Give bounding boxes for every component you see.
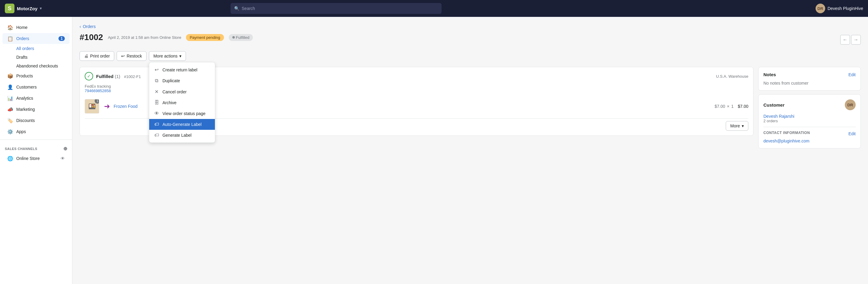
online-store-icon: 🌐 (7, 155, 13, 161)
contact-edit-link[interactable]: Edit (848, 131, 856, 136)
contact-info-label: CONTACT INFORMATION (764, 131, 810, 135)
customer-name-link[interactable]: Devesh Rajarshi (764, 114, 856, 119)
payment-status-badge: Payment pending (186, 34, 224, 41)
breadcrumb[interactable]: ‹ Orders (80, 24, 861, 29)
sidebar-item-abandoned-checkouts[interactable]: Abandoned checkouts (2, 62, 70, 70)
contact-section: CONTACT INFORMATION Edit devesh@pluginhi… (764, 127, 856, 144)
dropdown-create-return-label[interactable]: ↩ Create return label (149, 64, 215, 75)
customer-info: Devesh Rajarshi 2 orders (764, 114, 856, 123)
sidebar-divider (0, 139, 72, 140)
more-chevron: ▾ (742, 124, 744, 128)
apps-icon: ⚙️ (7, 129, 13, 135)
arrow-indicator: ➜ (104, 102, 110, 111)
order-id: #1002 (80, 33, 103, 42)
auto-generate-icon: 🏷 (154, 122, 159, 127)
navigation-arrows: ← → (840, 35, 861, 44)
user-menu[interactable]: DR Devesh PluginHive (815, 4, 863, 13)
breadcrumb-chevron: ‹ (80, 24, 81, 29)
sidebar-item-home[interactable]: 🏠 Home (2, 22, 70, 33)
sidebar-item-apps-label: Apps (16, 129, 26, 134)
dropdown-item-label: Auto-Generate Label (162, 122, 202, 127)
home-icon: 🏠 (7, 24, 13, 30)
fulfillment-dot (232, 36, 235, 38)
sidebar-item-all-orders[interactable]: All orders (2, 44, 70, 53)
add-sales-channel-icon[interactable]: ⊕ (63, 146, 67, 152)
sidebar-item-marketing[interactable]: 📣 Marketing (2, 104, 70, 115)
sidebar-item-marketing-label: Marketing (16, 107, 35, 112)
more-button[interactable]: More ▾ (726, 121, 748, 131)
dropdown-item-label: Generate Label (162, 133, 192, 138)
sidebar-item-analytics-label: Analytics (16, 96, 33, 101)
more-actions-chevron: ▾ (179, 54, 181, 58)
dropdown-generate-label[interactable]: 🏷 Generate Label (149, 130, 215, 140)
marketing-icon: 📣 (7, 106, 13, 112)
sidebar-item-drafts[interactable]: Drafts (2, 53, 70, 61)
sidebar-item-discounts[interactable]: 🏷️ Discounts (2, 115, 70, 126)
sidebar-item-online-store-label: Online Store (16, 156, 40, 161)
view-icon: 👁 (154, 111, 159, 116)
dropdown-duplicate[interactable]: ⧉ Duplicate (149, 75, 215, 86)
warehouse-label: U.S.A. Warehouse (716, 74, 748, 78)
orders-badge: 1 (59, 36, 65, 41)
item-image: 🍱 1 (85, 99, 99, 114)
duplicate-icon: ⧉ (154, 78, 159, 84)
fulfilled-icon: ✓ (85, 72, 93, 81)
fulfillment-status-badge: Fulfilled (229, 34, 253, 41)
item-price: $7.00 (715, 104, 725, 109)
notes-header: Notes Edit (764, 72, 856, 77)
notes-edit-link[interactable]: Edit (848, 72, 856, 77)
restock-button[interactable]: ↩ Restock (117, 51, 147, 61)
sidebar-item-customers[interactable]: 👤 Customers (2, 82, 70, 92)
customer-avatar: DR (845, 99, 856, 110)
sidebar-item-home-label: Home (16, 25, 27, 30)
sidebar-item-apps[interactable]: ⚙️ Apps (2, 126, 70, 137)
dropdown-cancel-order[interactable]: ✕ Cancel order (149, 86, 215, 97)
sidebar-item-online-store[interactable]: 🌐 Online Store 👁 (2, 153, 70, 164)
more-actions-button[interactable]: More actions ▾ (149, 51, 186, 61)
dropdown-archive[interactable]: 🗄 Archive (149, 97, 215, 108)
dropdown-auto-generate-label[interactable]: 🏷 Auto-Generate Label (149, 119, 215, 130)
notes-card: Notes Edit No notes from customer (758, 67, 861, 91)
brand-logo[interactable]: S MotorZoy ▾ (5, 4, 41, 13)
fulfilled-title: Fulfilled (1) #1002-F1 (96, 74, 141, 79)
dropdown-item-label: Create return label (162, 67, 197, 72)
tracking-number-link[interactable]: 794669852858 (85, 89, 111, 93)
search-input[interactable] (242, 6, 438, 11)
discounts-icon: 🏷️ (7, 118, 13, 124)
customers-icon: 👤 (7, 84, 13, 90)
sales-channels-section: SALES CHANNELS ⊕ (0, 142, 72, 153)
dropdown-view-order-status[interactable]: 👁 View order status page (149, 108, 215, 119)
right-panel: Notes Edit No notes from customer Custom… (758, 67, 861, 152)
sidebar-item-products[interactable]: 📦 Products (2, 70, 70, 81)
search-icon: 🔍 (234, 6, 239, 11)
prev-order-button[interactable]: ← (840, 35, 850, 44)
return-label-icon: ↩ (154, 67, 159, 72)
print-order-button[interactable]: 🖨 Print order (80, 51, 114, 61)
next-order-button[interactable]: → (851, 35, 861, 44)
sidebar-item-orders[interactable]: 📋 Orders 1 (2, 33, 70, 44)
contact-email[interactable]: devesh@pluginhive.com (764, 138, 856, 144)
products-icon: 📦 (7, 73, 13, 79)
archive-icon: 🗄 (154, 100, 159, 105)
sidebar-item-orders-label: Orders (16, 36, 29, 41)
order-header: #1002 April 2, 2019 at 1:58 am from Onli… (80, 33, 253, 42)
sidebar-item-customers-label: Customers (16, 85, 37, 90)
top-navigation: S MotorZoy ▾ 🔍 DR Devesh PluginHive (0, 0, 868, 17)
orders-icon: 📋 (7, 35, 13, 41)
item-qty: 1 (731, 104, 734, 109)
sales-channels-label: SALES CHANNELS (5, 147, 37, 151)
customer-header: Customer DR (764, 99, 856, 110)
item-name-link[interactable]: Frozen Food (114, 104, 137, 109)
sidebar-item-products-label: Products (16, 73, 33, 78)
more-button-container: More ▾ (726, 121, 748, 131)
item-multiplier: × (727, 104, 730, 109)
user-avatar: DR (815, 4, 825, 13)
customer-card: Customer DR Devesh Rajarshi 2 orders CON… (758, 94, 861, 149)
restock-icon: ↩ (121, 54, 125, 58)
more-actions-label: More actions (153, 54, 178, 58)
shopify-icon: S (5, 4, 14, 13)
brand-name: MotorZoy (17, 6, 37, 11)
customer-title: Customer (764, 102, 784, 107)
sidebar-item-discounts-label: Discounts (16, 118, 35, 123)
sidebar-item-analytics[interactable]: 📊 Analytics (2, 93, 70, 104)
